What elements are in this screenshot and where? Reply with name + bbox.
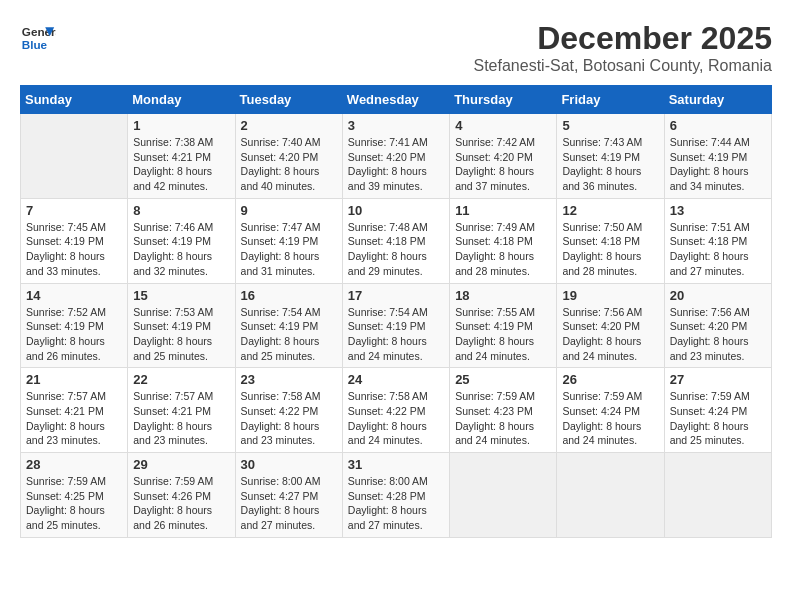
day-info: Sunrise: 7:59 AMSunset: 4:26 PMDaylight:… [133, 474, 229, 533]
calendar-cell: 5Sunrise: 7:43 AMSunset: 4:19 PMDaylight… [557, 114, 664, 199]
header-cell-friday: Friday [557, 86, 664, 114]
calendar-cell: 16Sunrise: 7:54 AMSunset: 4:19 PMDayligh… [235, 283, 342, 368]
svg-text:Blue: Blue [22, 38, 48, 51]
calendar-cell: 6Sunrise: 7:44 AMSunset: 4:19 PMDaylight… [664, 114, 771, 199]
day-number: 9 [241, 203, 337, 218]
day-info: Sunrise: 7:58 AMSunset: 4:22 PMDaylight:… [348, 389, 444, 448]
calendar-cell: 7Sunrise: 7:45 AMSunset: 4:19 PMDaylight… [21, 198, 128, 283]
day-info: Sunrise: 7:53 AMSunset: 4:19 PMDaylight:… [133, 305, 229, 364]
day-info: Sunrise: 7:52 AMSunset: 4:19 PMDaylight:… [26, 305, 122, 364]
header-cell-tuesday: Tuesday [235, 86, 342, 114]
day-number: 22 [133, 372, 229, 387]
day-info: Sunrise: 7:38 AMSunset: 4:21 PMDaylight:… [133, 135, 229, 194]
day-info: Sunrise: 7:41 AMSunset: 4:20 PMDaylight:… [348, 135, 444, 194]
calendar-cell: 29Sunrise: 7:59 AMSunset: 4:26 PMDayligh… [128, 453, 235, 538]
day-number: 23 [241, 372, 337, 387]
day-number: 4 [455, 118, 551, 133]
header-cell-wednesday: Wednesday [342, 86, 449, 114]
day-number: 3 [348, 118, 444, 133]
calendar-week-row: 7Sunrise: 7:45 AMSunset: 4:19 PMDaylight… [21, 198, 772, 283]
header: General Blue December 2025 Stefanesti-Sa… [20, 20, 772, 75]
day-number: 17 [348, 288, 444, 303]
calendar: SundayMondayTuesdayWednesdayThursdayFrid… [20, 85, 772, 538]
day-info: Sunrise: 7:58 AMSunset: 4:22 PMDaylight:… [241, 389, 337, 448]
day-number: 26 [562, 372, 658, 387]
day-info: Sunrise: 7:59 AMSunset: 4:24 PMDaylight:… [562, 389, 658, 448]
day-number: 16 [241, 288, 337, 303]
title-area: December 2025 Stefanesti-Sat, Botosani C… [473, 20, 772, 75]
logo-icon: General Blue [20, 20, 56, 56]
calendar-cell: 23Sunrise: 7:58 AMSunset: 4:22 PMDayligh… [235, 368, 342, 453]
calendar-cell: 10Sunrise: 7:48 AMSunset: 4:18 PMDayligh… [342, 198, 449, 283]
day-info: Sunrise: 7:44 AMSunset: 4:19 PMDaylight:… [670, 135, 766, 194]
day-info: Sunrise: 7:49 AMSunset: 4:18 PMDaylight:… [455, 220, 551, 279]
day-number: 15 [133, 288, 229, 303]
day-number: 20 [670, 288, 766, 303]
calendar-cell: 25Sunrise: 7:59 AMSunset: 4:23 PMDayligh… [450, 368, 557, 453]
day-number: 6 [670, 118, 766, 133]
day-info: Sunrise: 7:55 AMSunset: 4:19 PMDaylight:… [455, 305, 551, 364]
calendar-cell: 22Sunrise: 7:57 AMSunset: 4:21 PMDayligh… [128, 368, 235, 453]
day-info: Sunrise: 7:47 AMSunset: 4:19 PMDaylight:… [241, 220, 337, 279]
day-info: Sunrise: 8:00 AMSunset: 4:28 PMDaylight:… [348, 474, 444, 533]
calendar-cell: 8Sunrise: 7:46 AMSunset: 4:19 PMDaylight… [128, 198, 235, 283]
calendar-cell [664, 453, 771, 538]
day-info: Sunrise: 7:59 AMSunset: 4:25 PMDaylight:… [26, 474, 122, 533]
calendar-week-row: 14Sunrise: 7:52 AMSunset: 4:19 PMDayligh… [21, 283, 772, 368]
calendar-cell: 20Sunrise: 7:56 AMSunset: 4:20 PMDayligh… [664, 283, 771, 368]
day-info: Sunrise: 7:45 AMSunset: 4:19 PMDaylight:… [26, 220, 122, 279]
day-number: 27 [670, 372, 766, 387]
day-info: Sunrise: 8:00 AMSunset: 4:27 PMDaylight:… [241, 474, 337, 533]
calendar-cell [21, 114, 128, 199]
day-number: 25 [455, 372, 551, 387]
calendar-cell [557, 453, 664, 538]
header-cell-sunday: Sunday [21, 86, 128, 114]
calendar-cell: 15Sunrise: 7:53 AMSunset: 4:19 PMDayligh… [128, 283, 235, 368]
calendar-cell: 30Sunrise: 8:00 AMSunset: 4:27 PMDayligh… [235, 453, 342, 538]
day-number: 29 [133, 457, 229, 472]
day-number: 13 [670, 203, 766, 218]
calendar-cell: 9Sunrise: 7:47 AMSunset: 4:19 PMDaylight… [235, 198, 342, 283]
calendar-cell: 11Sunrise: 7:49 AMSunset: 4:18 PMDayligh… [450, 198, 557, 283]
day-info: Sunrise: 7:51 AMSunset: 4:18 PMDaylight:… [670, 220, 766, 279]
calendar-cell: 17Sunrise: 7:54 AMSunset: 4:19 PMDayligh… [342, 283, 449, 368]
day-info: Sunrise: 7:56 AMSunset: 4:20 PMDaylight:… [670, 305, 766, 364]
day-number: 28 [26, 457, 122, 472]
day-number: 1 [133, 118, 229, 133]
day-info: Sunrise: 7:48 AMSunset: 4:18 PMDaylight:… [348, 220, 444, 279]
day-info: Sunrise: 7:56 AMSunset: 4:20 PMDaylight:… [562, 305, 658, 364]
day-info: Sunrise: 7:57 AMSunset: 4:21 PMDaylight:… [26, 389, 122, 448]
calendar-cell: 12Sunrise: 7:50 AMSunset: 4:18 PMDayligh… [557, 198, 664, 283]
day-number: 7 [26, 203, 122, 218]
day-number: 31 [348, 457, 444, 472]
header-cell-thursday: Thursday [450, 86, 557, 114]
day-number: 19 [562, 288, 658, 303]
day-number: 18 [455, 288, 551, 303]
day-info: Sunrise: 7:59 AMSunset: 4:24 PMDaylight:… [670, 389, 766, 448]
calendar-cell [450, 453, 557, 538]
calendar-cell: 26Sunrise: 7:59 AMSunset: 4:24 PMDayligh… [557, 368, 664, 453]
calendar-cell: 21Sunrise: 7:57 AMSunset: 4:21 PMDayligh… [21, 368, 128, 453]
day-info: Sunrise: 7:42 AMSunset: 4:20 PMDaylight:… [455, 135, 551, 194]
day-number: 10 [348, 203, 444, 218]
day-info: Sunrise: 7:54 AMSunset: 4:19 PMDaylight:… [348, 305, 444, 364]
day-number: 21 [26, 372, 122, 387]
day-info: Sunrise: 7:50 AMSunset: 4:18 PMDaylight:… [562, 220, 658, 279]
day-info: Sunrise: 7:43 AMSunset: 4:19 PMDaylight:… [562, 135, 658, 194]
calendar-header-row: SundayMondayTuesdayWednesdayThursdayFrid… [21, 86, 772, 114]
header-cell-monday: Monday [128, 86, 235, 114]
calendar-cell: 31Sunrise: 8:00 AMSunset: 4:28 PMDayligh… [342, 453, 449, 538]
calendar-cell: 14Sunrise: 7:52 AMSunset: 4:19 PMDayligh… [21, 283, 128, 368]
main-title: December 2025 [473, 20, 772, 57]
calendar-cell: 19Sunrise: 7:56 AMSunset: 4:20 PMDayligh… [557, 283, 664, 368]
calendar-cell: 4Sunrise: 7:42 AMSunset: 4:20 PMDaylight… [450, 114, 557, 199]
calendar-cell: 28Sunrise: 7:59 AMSunset: 4:25 PMDayligh… [21, 453, 128, 538]
calendar-week-row: 21Sunrise: 7:57 AMSunset: 4:21 PMDayligh… [21, 368, 772, 453]
calendar-cell: 2Sunrise: 7:40 AMSunset: 4:20 PMDaylight… [235, 114, 342, 199]
calendar-week-row: 1Sunrise: 7:38 AMSunset: 4:21 PMDaylight… [21, 114, 772, 199]
day-info: Sunrise: 7:40 AMSunset: 4:20 PMDaylight:… [241, 135, 337, 194]
calendar-cell: 27Sunrise: 7:59 AMSunset: 4:24 PMDayligh… [664, 368, 771, 453]
day-number: 11 [455, 203, 551, 218]
calendar-cell: 24Sunrise: 7:58 AMSunset: 4:22 PMDayligh… [342, 368, 449, 453]
day-info: Sunrise: 7:59 AMSunset: 4:23 PMDaylight:… [455, 389, 551, 448]
